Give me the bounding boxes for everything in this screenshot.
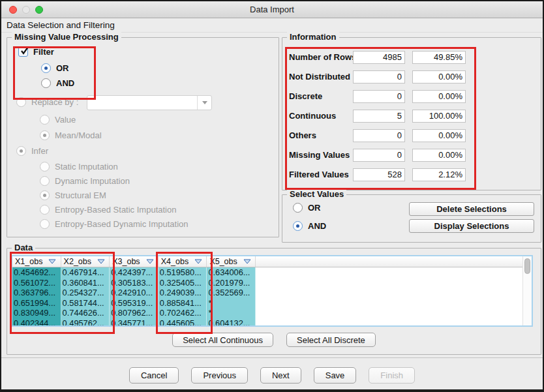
dynamic-imputation-radio	[40, 176, 50, 186]
group-title: Select Values	[287, 189, 346, 199]
table-cell[interactable]: 0.634006...	[207, 267, 256, 278]
missing-value-processing-group: Missing Value Processing Filter OR AND R…	[7, 37, 279, 237]
information-group: Information Number of Rows 4985 49.85% N…	[282, 37, 541, 190]
column-header-x1[interactable]: X1_obs	[12, 256, 61, 267]
sort-arrow-icon[interactable]	[194, 259, 202, 264]
info-count-field: 5	[353, 110, 405, 123]
structural-em-label: Structural EM	[55, 190, 106, 200]
delete-selections-button[interactable]: Delete Selections	[409, 202, 534, 216]
table-cell[interactable]: 0.595319...	[110, 298, 159, 309]
filter-label: Filter	[33, 47, 54, 57]
table-cell[interactable]: 0.519580...	[159, 267, 207, 278]
table-cell[interactable]: 0.467914...	[61, 267, 110, 278]
table-cell[interactable]: 0.651994...	[12, 298, 61, 309]
table-cell[interactable]: 0.201979...	[207, 278, 256, 288]
data-import-window: Data Import Data Selection and Filtering…	[0, 0, 544, 392]
group-title: Information	[287, 32, 339, 42]
info-percent-field: 0.00%	[412, 90, 466, 103]
table-cell[interactable]: 0.325405...	[159, 278, 207, 288]
table-cell[interactable]: 0.363796...	[12, 288, 61, 298]
info-count-field: 0	[353, 129, 405, 142]
cancel-button[interactable]: Cancel	[129, 367, 179, 384]
mean-modal-label: Mean/Modal	[55, 130, 102, 140]
column-header-x2[interactable]: X2_obs	[61, 256, 110, 267]
replace-by-radio	[16, 97, 26, 107]
group-title: Data	[12, 243, 35, 252]
info-count-field: 528	[353, 168, 405, 181]
replace-by-label: Replace by :	[31, 97, 78, 107]
table-cell[interactable]: 0.445605...	[159, 318, 207, 327]
column-header-x4[interactable]: X4_obs	[159, 256, 207, 267]
vertical-scrollbar[interactable]	[522, 256, 532, 325]
select-or-radio[interactable]	[293, 203, 303, 213]
value-radio	[40, 115, 50, 125]
header-filler	[256, 256, 523, 267]
info-count-field: 0	[353, 90, 405, 103]
table-cell[interactable]: 0.581744...	[61, 298, 110, 309]
static-imputation-row: Static Imputation	[40, 161, 118, 172]
infer-row: Infer	[16, 145, 48, 157]
filter-and-label: AND	[56, 78, 74, 88]
table-cell[interactable]: 0.352569...	[207, 288, 256, 298]
table-cell[interactable]: 0.360841...	[61, 278, 110, 288]
select-values-group: Select Values OR AND Delete Selections D…	[282, 194, 541, 243]
table-cell[interactable]: 0.744626...	[61, 308, 110, 318]
table-cell[interactable]: 0.305183...	[110, 278, 159, 288]
table-cell[interactable]: 0.830949...	[12, 308, 61, 318]
select-and-radio[interactable]	[293, 221, 303, 231]
info-count-field: 0	[353, 149, 405, 162]
info-label: Others	[289, 130, 316, 140]
table-cell[interactable]: 0.345771...	[110, 318, 159, 327]
table-cell[interactable]: *	[207, 308, 256, 318]
entropy-static-radio	[40, 205, 50, 215]
table-cell[interactable]: 0.249039...	[159, 288, 207, 298]
table-cell[interactable]: 0.561072...	[12, 278, 61, 288]
static-imputation-label: Static Imputation	[55, 162, 118, 172]
table-row: 0.561072... 0.360841... 0.305183... 0.32…	[12, 278, 256, 288]
table-cell[interactable]: 0.402344...	[12, 318, 61, 327]
info-percent-field: 0.00%	[412, 129, 466, 142]
filter-checkbox-row: Filter	[18, 46, 54, 57]
table-cell[interactable]: 0.495762...	[61, 318, 110, 327]
value-label: Value	[55, 115, 76, 125]
page-title: Data Selection and Filtering	[1, 18, 543, 33]
table-cell[interactable]: 0.254327...	[61, 288, 110, 298]
window-title: Data Import	[1, 1, 543, 18]
scrollbar-thumb[interactable]	[524, 258, 530, 274]
column-header-x3[interactable]: X3_obs	[110, 256, 159, 267]
info-percent-field: 2.12%	[412, 168, 466, 181]
info-percent-field: 0.00%	[412, 149, 466, 162]
info-label: Discrete	[289, 91, 322, 101]
next-button[interactable]: Next	[260, 367, 301, 384]
table-cell[interactable]: 0.604132...	[207, 318, 256, 327]
filter-and-radio[interactable]	[41, 78, 51, 88]
previous-button[interactable]: Previous	[191, 367, 248, 384]
table-row: 0.402344... 0.495762... 0.345771... 0.44…	[12, 318, 256, 327]
table-cell[interactable]: 0.702462...	[159, 308, 207, 318]
sort-arrow-icon[interactable]	[48, 259, 56, 264]
display-selections-button[interactable]: Display Selections	[409, 219, 534, 233]
sort-arrow-icon[interactable]	[97, 259, 105, 264]
filter-or-radio[interactable]	[41, 63, 51, 73]
filter-checkbox[interactable]	[18, 47, 28, 57]
info-label: Not Distributed	[289, 72, 350, 82]
table-cell[interactable]: 0.807962...	[110, 308, 159, 318]
entropy-static-label: Entropy-Based Static Imputation	[55, 205, 176, 215]
sort-arrow-icon[interactable]	[243, 259, 251, 264]
save-button[interactable]: Save	[314, 367, 357, 384]
structural-em-row: Structural EM	[40, 190, 106, 201]
title-bar[interactable]: Data Import	[1, 1, 543, 18]
select-all-discrete-button[interactable]: Select All Discrete	[286, 333, 376, 347]
table-cell[interactable]: 0.885841...	[159, 298, 207, 309]
select-all-continuous-button[interactable]: Select All Continuous	[172, 333, 273, 347]
table-cell[interactable]: 0.242910...	[110, 288, 159, 298]
entropy-dynamic-row: Entropy-Based Dynamic Imputation	[40, 219, 188, 230]
table-cell[interactable]: *	[207, 298, 256, 309]
info-label: Missing Values	[289, 150, 350, 160]
sort-arrow-icon[interactable]	[146, 259, 154, 264]
column-header-x5[interactable]: X5_obs	[207, 256, 256, 267]
table-cell[interactable]: 0.454692...	[12, 267, 61, 278]
info-label: Number of Rows	[289, 52, 356, 62]
table-cell[interactable]: 0.424397...	[110, 267, 159, 278]
info-count-field: 0	[353, 70, 405, 83]
